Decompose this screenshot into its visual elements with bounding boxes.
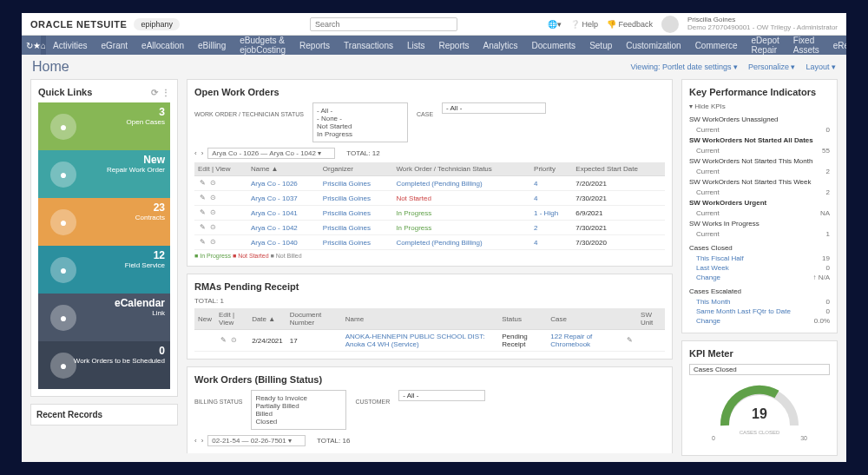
table-row: ✎ ⊙ 2/24/202117 ANOKA-HENNEPIN PUBLIC SC… [194, 330, 665, 352]
nav-item[interactable]: Lists [400, 36, 432, 55]
star-icon[interactable]: ★ [33, 36, 41, 55]
edit-icon[interactable]: ✎ [198, 238, 207, 247]
edit-icon[interactable]: ✎ [198, 223, 207, 232]
top-bar: ORACLE NETSUITE epiphany 🌐▾ ❔ Help 👎 Fee… [22, 13, 846, 36]
global-search-input[interactable] [310, 17, 457, 31]
brand-logo: ORACLE NETSUITE [30, 19, 127, 30]
edit-icon[interactable]: ✎ [198, 179, 207, 188]
nav-item[interactable]: Commerce [688, 36, 745, 55]
nav-item[interactable]: Activities [46, 36, 94, 55]
nav-item[interactable]: Reports [293, 36, 337, 55]
quick-links-title: Quick Links [38, 87, 92, 97]
quick-link-tile[interactable]: ●0Work Orders to be Scheduled [38, 341, 170, 389]
feedback-link[interactable]: 👎 Feedback [607, 20, 653, 29]
kpi-portlet: Key Performance Indicators ▾ Hide KPIs S… [681, 79, 838, 333]
nav-item[interactable]: Setup [582, 36, 619, 55]
nav-item[interactable]: eGrant [95, 36, 135, 55]
next-page-icon[interactable]: › [201, 437, 204, 445]
page-range[interactable]: Arya Co - 1026 — Arya Co - 1042 ▾ [207, 148, 335, 159]
case-filter[interactable]: - All - [442, 102, 546, 114]
help-icon[interactable]: ❔ Help [570, 20, 598, 29]
recent-records-portlet: Recent Records [30, 404, 178, 426]
status-filter[interactable]: - All -- None -Not StartedIn Progress [312, 102, 408, 142]
quick-link-tile[interactable]: ●eCalendarLink [38, 294, 170, 341]
refresh-icon[interactable]: ⟳ [151, 88, 158, 97]
gauge: 19 [716, 382, 803, 430]
brand-pill: epiphany [134, 18, 180, 30]
tile-icon: ● [50, 257, 76, 283]
table-row: ✎ ⊙Arya Co - 1026Priscilla GoinesComplet… [194, 176, 665, 191]
nav-item[interactable]: eAllocation [135, 36, 191, 55]
main-nav: ↻ ★ ⌂ ActivitieseGranteAllocationeBillin… [22, 36, 846, 55]
page-title: Home [32, 59, 69, 75]
legend: ■ In Progress ■ Not Started ■ Not Billed [194, 253, 665, 259]
quick-link-tile[interactable]: ●12Field Service [38, 246, 170, 294]
view-icon[interactable]: ⊙ [208, 223, 217, 232]
tile-icon: ● [50, 114, 76, 140]
nav-item[interactable]: Fixed Assets [786, 36, 826, 55]
table-row: ✎ ⊙Arya Co - 1037Priscilla GoinesNot Sta… [194, 191, 665, 206]
edit-icon[interactable]: ✎ [198, 194, 207, 202]
history-icon[interactable]: ↻ [26, 36, 33, 55]
nav-item[interactable]: Transactions [337, 36, 400, 55]
menu-icon[interactable]: ⋮ [161, 88, 170, 97]
kpi-meter-portlet: KPI Meter Cases Closed 19 CASES CLOSED 0… [681, 340, 838, 456]
nav-item[interactable]: Reports [432, 36, 477, 55]
view-icon[interactable]: ⊙ [208, 208, 217, 217]
tile-icon: ● [50, 353, 76, 379]
work-orders-billing-portlet: Work Orders (Billing Status) BILLING STA… [187, 366, 673, 453]
view-icon[interactable]: ⊙ [229, 336, 238, 345]
page-bar: Home Viewing: Portlet date settings ▾ Pe… [22, 55, 846, 79]
edit-icon[interactable]: ✎ [625, 336, 634, 345]
rma-portlet: RMAs Pending Receipt TOTAL: 1 NewEdit | … [187, 274, 673, 360]
page-range[interactable]: 02-21-54 — 02-26-7501 ▾ [207, 435, 306, 446]
layout-link[interactable]: Layout ▾ [806, 63, 836, 71]
nav-item[interactable]: Analytics [477, 36, 525, 55]
table-row: ✎ ⊙Arya Co - 1040Priscilla GoinesComplet… [194, 235, 665, 250]
table-row: ✎ ⊙Arya Co - 1042Priscilla GoinesIn Prog… [194, 221, 665, 235]
prev-page-icon[interactable]: ‹ [194, 149, 197, 157]
nav-item[interactable]: Customization [619, 36, 687, 55]
edit-icon[interactable]: ✎ [219, 336, 227, 345]
view-icon[interactable]: ⊙ [208, 238, 217, 247]
view-icon[interactable]: ⊙ [208, 179, 217, 188]
nav-item[interactable]: eBilling [191, 36, 233, 55]
nav-item[interactable]: eReporting [826, 36, 846, 55]
quick-link-tile[interactable]: ●23Contracts [38, 198, 170, 246]
prev-page-icon[interactable]: ‹ [194, 437, 197, 445]
edit-icon[interactable]: ✎ [198, 208, 207, 217]
meter-select[interactable]: Cases Closed [689, 364, 830, 375]
quick-link-tile[interactable]: ●3Open Cases [38, 102, 170, 150]
tile-icon: ● [50, 162, 76, 188]
view-icon[interactable]: ⊙ [208, 194, 217, 202]
viewing-link[interactable]: Viewing: Portlet date settings ▾ [631, 63, 738, 71]
avatar[interactable] [661, 16, 679, 33]
personalize-link[interactable]: Personalize ▾ [748, 63, 796, 71]
quick-link-tile[interactable]: ●NewRepair Work Order [38, 150, 170, 198]
billing-status-filter[interactable]: Ready to InvoicePartially BilledBilledCl… [251, 390, 346, 430]
customer-filter[interactable]: - All - [398, 390, 485, 401]
tile-icon: ● [50, 305, 76, 331]
globe-icon[interactable]: 🌐▾ [548, 20, 562, 29]
nav-item[interactable]: Documents [525, 36, 583, 55]
nav-item[interactable]: eBudgets & ejobCosting [233, 36, 293, 55]
user-info: Priscilla Goines Demo 27070490001 - OW T… [687, 16, 838, 32]
tile-icon: ● [50, 209, 76, 235]
next-page-icon[interactable]: › [201, 149, 204, 157]
table-row: ✎ ⊙Arya Co - 1041Priscilla GoinesIn Prog… [194, 206, 665, 221]
quick-links-portlet: Quick Links ⟳⋮ ●3Open Cases●NewRepair Wo… [30, 79, 178, 397]
hide-kpis-toggle[interactable]: ▾ Hide KPIs [689, 102, 830, 110]
nav-item[interactable]: eDepot Repair [745, 36, 786, 55]
open-work-orders-portlet: Open Work Orders WORK ORDER / TECHNICIAN… [187, 79, 673, 267]
